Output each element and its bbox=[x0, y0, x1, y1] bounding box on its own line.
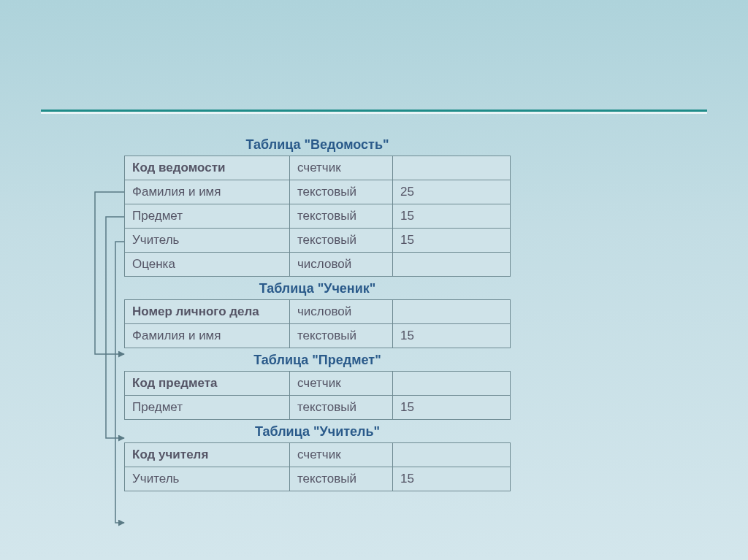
field-type: текстовый bbox=[290, 180, 393, 204]
table-row: Код ведомостисчетчик bbox=[125, 156, 511, 180]
field-size: 15 bbox=[393, 204, 511, 229]
field-name: Оценка bbox=[125, 253, 290, 277]
table-uchitel: Код учителясчетчик Учительтекстовый15 bbox=[124, 442, 511, 491]
table-row: Предметтекстовый15 bbox=[125, 396, 511, 420]
field-name: Фамилия и имя bbox=[125, 324, 290, 348]
field-size: 25 bbox=[393, 180, 511, 204]
field-size: 15 bbox=[393, 396, 511, 420]
field-type: текстовый bbox=[290, 396, 393, 420]
field-size bbox=[393, 156, 511, 180]
field-name: Фамилия и имя bbox=[125, 180, 290, 204]
table-row: Учительтекстовый15 bbox=[125, 229, 511, 253]
field-type: текстовый bbox=[290, 324, 393, 348]
table-row: Код учителясчетчик bbox=[125, 443, 511, 467]
field-type: текстовый bbox=[290, 204, 393, 229]
table-title-predmet: Таблица "Предмет" bbox=[124, 353, 511, 368]
field-name: Учитель bbox=[125, 229, 290, 253]
table-title-vedomost: Таблица "Ведомость" bbox=[124, 137, 511, 153]
field-size bbox=[393, 300, 511, 324]
field-name: Предмет bbox=[125, 396, 290, 420]
field-size bbox=[393, 372, 511, 396]
table-row: Номер личного делачисловой bbox=[125, 300, 511, 324]
field-type: счетчик bbox=[290, 372, 393, 396]
field-name: Код учителя bbox=[125, 443, 290, 467]
horizontal-rule bbox=[41, 110, 707, 114]
field-name: Номер личного дела bbox=[125, 300, 290, 324]
field-type: счетчик bbox=[290, 156, 393, 180]
table-vedomost: Код ведомостисчетчик Фамилия и имятексто… bbox=[124, 156, 511, 277]
field-type: текстовый bbox=[290, 229, 393, 253]
field-size bbox=[393, 443, 511, 467]
table-row: Учительтекстовый15 bbox=[125, 467, 511, 491]
field-type: числовой bbox=[290, 253, 393, 277]
table-predmet: Код предметасчетчик Предметтекстовый15 bbox=[124, 371, 511, 420]
field-type: текстовый bbox=[290, 467, 393, 491]
field-size: 15 bbox=[393, 229, 511, 253]
table-title-uchitel: Таблица "Учитель" bbox=[124, 424, 511, 440]
field-size bbox=[393, 253, 511, 277]
field-type: числовой bbox=[290, 300, 393, 324]
field-name: Учитель bbox=[125, 467, 290, 491]
field-size: 15 bbox=[393, 324, 511, 348]
table-uchenik: Номер личного делачисловой Фамилия и имя… bbox=[124, 299, 511, 348]
table-row: Код предметасчетчик bbox=[125, 372, 511, 396]
table-row: Предметтекстовый15 bbox=[125, 204, 511, 229]
table-row: Фамилия и имятекстовый15 bbox=[125, 324, 511, 348]
field-name: Код предмета bbox=[125, 372, 290, 396]
field-name: Предмет bbox=[125, 204, 290, 229]
field-type: счетчик bbox=[290, 443, 393, 467]
table-row: Оценкачисловой bbox=[125, 253, 511, 277]
table-row: Фамилия и имятекстовый25 bbox=[125, 180, 511, 204]
field-name: Код ведомости bbox=[125, 156, 290, 180]
table-title-uchenik: Таблица "Ученик" bbox=[124, 281, 511, 296]
schema-diagram: Таблица "Ведомость" Код ведомостисчетчик… bbox=[124, 133, 511, 491]
field-size: 15 bbox=[393, 467, 511, 491]
